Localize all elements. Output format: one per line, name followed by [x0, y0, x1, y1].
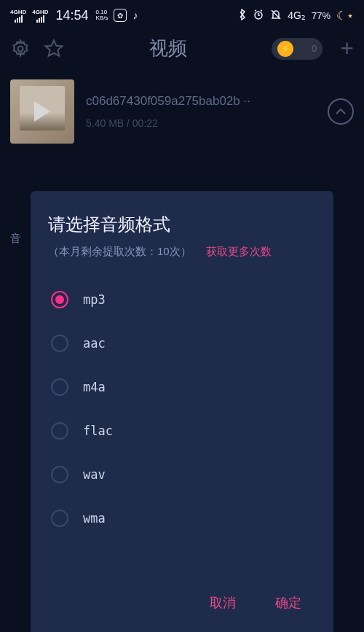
option-mp3[interactable]: mp3: [48, 281, 316, 319]
audio-format-dialog: 请选择音频格式 （本月剩余提取次数：10次）获取更多次数 mp3 aac m4a…: [31, 191, 333, 632]
page-title: 视频: [77, 36, 258, 61]
video-meta: 5.40 MB / 00:22: [86, 117, 316, 129]
option-wav[interactable]: wav: [48, 456, 316, 493]
app-header: 视频 ⚡ 0 +: [0, 29, 364, 68]
status-bar: 4GHD 4GHD 14:54 0.10KB/s ✿ ♪ 4G₂ 77% ☾⋆: [0, 0, 364, 29]
background-text: 音: [10, 232, 21, 246]
bolt-icon: ⚡: [277, 41, 293, 57]
cancel-button[interactable]: 取消: [210, 594, 236, 612]
add-button[interactable]: +: [340, 35, 354, 62]
collapse-up-button[interactable]: [328, 98, 354, 125]
radio-icon: [51, 335, 68, 352]
radio-icon: [51, 422, 68, 440]
option-m4a[interactable]: m4a: [48, 368, 316, 406]
bluetooth-icon: [238, 9, 247, 23]
video-list-item[interactable]: c06d67430f059a275bab02b ·· 5.40 MB / 00:…: [0, 68, 364, 155]
dialog-actions: 取消 确定: [48, 577, 316, 632]
get-more-link[interactable]: 获取更多次数: [206, 245, 272, 257]
signal-1: 4GHD: [10, 9, 26, 23]
battery-pct: 77%: [312, 10, 331, 21]
tiktok-icon: ♪: [132, 9, 138, 21]
mute-bell-icon: [270, 9, 282, 23]
net-speed: 0.10KB/s: [96, 9, 108, 21]
radio-icon: [51, 510, 68, 527]
signal-2: 4GHD: [32, 9, 48, 23]
coin-pill[interactable]: ⚡ 0: [272, 38, 323, 60]
radio-icon: [51, 378, 68, 396]
network-badge: 4G₂: [288, 9, 306, 21]
format-options: mp3 aac m4a flac wav wma: [48, 281, 316, 577]
radio-icon: [51, 466, 68, 483]
option-aac[interactable]: aac: [48, 324, 316, 362]
paw-icon: ✿: [114, 9, 127, 22]
option-flac[interactable]: flac: [48, 412, 316, 450]
confirm-button[interactable]: 确定: [275, 594, 301, 612]
moon-icon: ☾⋆: [336, 9, 354, 23]
play-icon: [34, 101, 50, 122]
dialog-title: 请选择音频格式: [48, 213, 316, 236]
clock: 14:54: [55, 8, 88, 23]
coin-count: 0: [312, 43, 317, 54]
option-wma[interactable]: wma: [48, 499, 316, 537]
alarm-icon: [253, 9, 264, 23]
radio-icon: [51, 291, 68, 308]
video-thumbnail: [10, 79, 74, 144]
dialog-subtitle: （本月剩余提取次数：10次）获取更多次数: [48, 245, 316, 259]
video-title: c06d67430f059a275bab02b ··: [86, 94, 316, 109]
svg-point-1: [18, 46, 23, 51]
star-icon[interactable]: [44, 39, 64, 59]
settings-icon[interactable]: [10, 39, 31, 59]
